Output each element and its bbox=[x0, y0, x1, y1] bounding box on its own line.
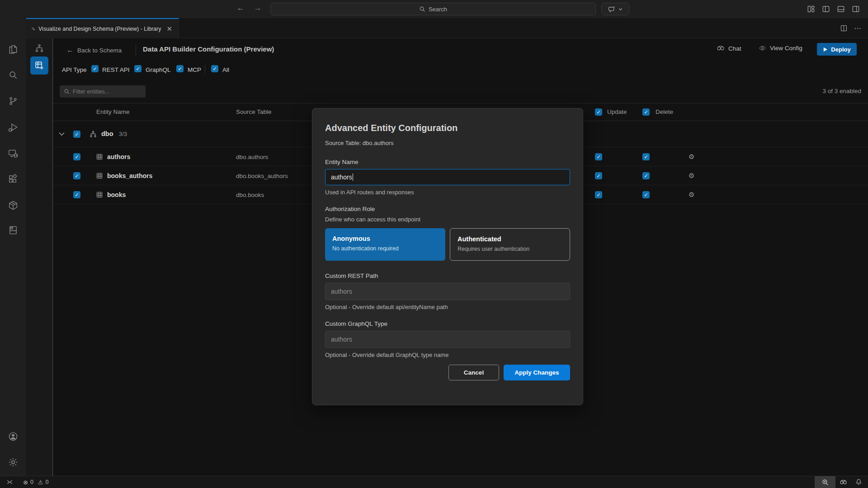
search-icon bbox=[419, 6, 425, 12]
row-update-checkbox[interactable] bbox=[595, 191, 602, 198]
command-center-search[interactable]: Search bbox=[270, 3, 596, 15]
extensions-icon[interactable] bbox=[8, 174, 19, 184]
schema-designer-icon bbox=[32, 25, 35, 33]
toggle-primary-sidebar-icon[interactable] bbox=[822, 5, 830, 13]
collapse-chevron-icon[interactable] bbox=[59, 132, 65, 136]
table-icon bbox=[96, 191, 103, 198]
copilot-chat-button[interactable] bbox=[601, 3, 629, 15]
errors-icon[interactable]: ⊗ bbox=[23, 479, 28, 486]
remote-explorer-icon[interactable] bbox=[8, 148, 19, 159]
deploy-button[interactable]: Deploy bbox=[817, 43, 857, 56]
entity-name-input[interactable]: authors bbox=[325, 169, 570, 185]
header-divider bbox=[136, 45, 136, 56]
copilot-icon bbox=[840, 479, 847, 486]
entity-name-help: Used in API routes and responses bbox=[325, 189, 570, 196]
error-count[interactable]: 0 bbox=[30, 479, 33, 485]
api-type-label: API Type bbox=[62, 66, 87, 73]
all-checkbox[interactable] bbox=[211, 65, 218, 72]
apply-changes-button[interactable]: Apply Changes bbox=[504, 365, 570, 380]
col-delete: Delete bbox=[656, 108, 673, 115]
view-config-button[interactable]: View Config bbox=[759, 44, 802, 52]
entity-name-label: Entity Name bbox=[325, 159, 570, 165]
graphql-type-help: Optional - Override default GraphQL type… bbox=[325, 352, 570, 358]
row-settings-gear-icon[interactable]: ⚙ bbox=[689, 153, 694, 161]
toggle-panel-icon[interactable] bbox=[837, 5, 845, 13]
entity-name: books bbox=[107, 191, 126, 198]
back-arrow-icon[interactable]: ← bbox=[235, 4, 246, 13]
eye-icon bbox=[759, 44, 766, 52]
copilot-status-icon[interactable] bbox=[835, 476, 851, 488]
chat-sparkle-icon bbox=[608, 5, 616, 13]
row-enabled-checkbox[interactable] bbox=[73, 172, 80, 179]
col-entity-name: Entity Name bbox=[96, 108, 130, 115]
graphql-checkbox[interactable] bbox=[134, 65, 142, 72]
mcp-checkbox[interactable] bbox=[176, 65, 184, 72]
forward-arrow-icon[interactable]: → bbox=[252, 4, 263, 13]
left-arrow-icon: ← bbox=[66, 46, 74, 54]
auth-option-subtitle: No authentication required bbox=[332, 245, 438, 252]
rest-path-input[interactable]: authors bbox=[325, 283, 570, 300]
auth-option-authenticated[interactable]: Authenticated Requires user authenticati… bbox=[450, 228, 570, 261]
back-to-schema-label: Back to Schema bbox=[77, 47, 122, 54]
row-enabled-checkbox[interactable] bbox=[73, 153, 80, 160]
settings-gear-icon[interactable] bbox=[8, 457, 19, 468]
explorer-icon[interactable] bbox=[8, 44, 19, 55]
cancel-button[interactable]: Cancel bbox=[448, 365, 499, 380]
text-caret bbox=[353, 174, 353, 181]
row-update-checkbox[interactable] bbox=[595, 172, 602, 179]
search-placeholder: Search bbox=[429, 6, 447, 13]
remote-indicator-icon[interactable] bbox=[6, 479, 13, 485]
back-to-schema-button[interactable]: ← Back to Schema bbox=[66, 46, 122, 54]
filter-placeholder: Filter entities... bbox=[73, 89, 109, 95]
rest-path-placeholder: authors bbox=[331, 288, 352, 295]
bell-icon bbox=[855, 479, 862, 486]
col-source-table: Source Table bbox=[236, 108, 272, 115]
source-control-icon[interactable] bbox=[8, 96, 19, 106]
row-settings-gear-icon[interactable]: ⚙ bbox=[689, 172, 694, 180]
tab-label: Visualize and Design Schema (Preview) - … bbox=[38, 26, 161, 32]
graphql-type-placeholder: authors bbox=[331, 336, 352, 343]
row-delete-checkbox[interactable] bbox=[642, 191, 650, 198]
mcp-label: MCP bbox=[188, 66, 201, 73]
delete-all-checkbox[interactable] bbox=[642, 108, 650, 116]
warnings-icon[interactable]: ⚠ bbox=[38, 479, 43, 486]
dialog-source-table: Source Table: dbo.authors bbox=[325, 140, 570, 146]
warning-count[interactable]: 0 bbox=[46, 479, 49, 485]
tab-close-icon[interactable]: ✕ bbox=[165, 24, 174, 33]
row-delete-checkbox[interactable] bbox=[642, 172, 650, 179]
row-delete-checkbox[interactable] bbox=[642, 153, 650, 160]
entity-source: dbo.books_authors bbox=[236, 173, 288, 179]
search-sidebar-icon[interactable] bbox=[8, 70, 19, 80]
play-icon bbox=[823, 47, 828, 52]
auth-option-anonymous[interactable]: Anonymous No authentication required bbox=[325, 228, 445, 261]
update-all-checkbox[interactable] bbox=[595, 108, 602, 116]
more-actions-icon[interactable]: ⋯ bbox=[854, 24, 862, 33]
zoom-indicator[interactable] bbox=[815, 476, 835, 488]
database-project-icon[interactable] bbox=[8, 225, 19, 235]
dialog-title: Advanced Entity Configuration bbox=[325, 123, 570, 133]
toggle-secondary-sidebar-icon[interactable] bbox=[852, 5, 860, 13]
rest-api-checkbox[interactable] bbox=[91, 65, 99, 72]
row-settings-gear-icon[interactable]: ⚙ bbox=[689, 191, 694, 199]
account-icon[interactable] bbox=[8, 431, 19, 442]
copilot-icon bbox=[717, 44, 725, 52]
split-editor-icon[interactable] bbox=[840, 24, 848, 32]
filter-entities-input[interactable]: Filter entities... bbox=[60, 85, 146, 98]
entity-name: books_authors bbox=[107, 172, 152, 179]
activity-bar bbox=[0, 18, 26, 476]
notifications-bell-icon[interactable] bbox=[851, 476, 866, 488]
entity-source: dbo.authors bbox=[236, 154, 268, 160]
tab-visualize-design-schema[interactable]: Visualize and Design Schema (Preview) - … bbox=[26, 18, 179, 38]
chat-button[interactable]: Chat bbox=[717, 44, 741, 52]
package-icon[interactable] bbox=[8, 200, 19, 211]
row-update-checkbox[interactable] bbox=[595, 153, 602, 160]
page-title: Data API Builder Configuration (Preview) bbox=[143, 45, 274, 53]
run-debug-icon[interactable] bbox=[8, 122, 19, 133]
row-enabled-checkbox[interactable] bbox=[73, 191, 80, 198]
api-builder-view-tile[interactable] bbox=[30, 56, 48, 75]
dbo-group-checkbox[interactable] bbox=[73, 131, 80, 138]
graphql-type-input[interactable]: authors bbox=[325, 331, 570, 348]
customize-layout-icon[interactable] bbox=[807, 5, 815, 13]
zoom-in-icon bbox=[822, 479, 829, 486]
schema-view-icon[interactable] bbox=[34, 43, 44, 53]
